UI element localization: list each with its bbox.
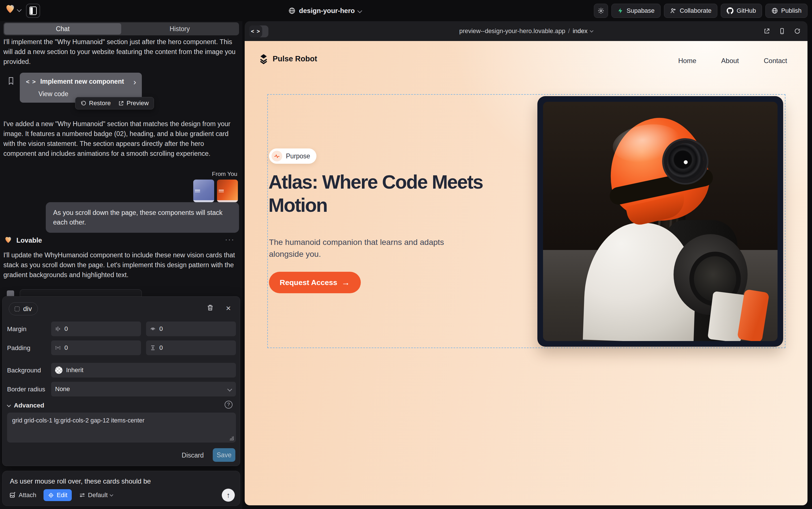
send-button[interactable]: ↑ (222, 489, 235, 502)
chevron-right-icon: › (133, 77, 136, 87)
collaborate-button[interactable]: Collaborate (664, 4, 717, 18)
trash-icon (207, 304, 214, 311)
bookmark-icon[interactable] (7, 77, 15, 85)
publish-button[interactable]: Publish (765, 4, 808, 18)
chat-composer[interactable]: As user mouse roll over, these cards sho… (2, 471, 240, 506)
supabase-label: Supabase (627, 7, 655, 14)
border-radius-select[interactable]: None (51, 382, 236, 397)
github-button[interactable]: GitHub (721, 4, 762, 18)
restore-icon (80, 100, 86, 106)
assistant-message-3: I'll update the WhyHumanoid component to… (3, 250, 238, 280)
more-options-icon[interactable]: ··· (225, 235, 234, 244)
hero-subhead: The humanoid companion that learns and a… (269, 236, 450, 260)
padding-label: Padding (7, 344, 31, 352)
publish-globe-icon (771, 7, 778, 14)
collaborate-icon (670, 7, 677, 14)
selected-element-chip[interactable]: div (9, 302, 38, 315)
save-button[interactable]: Save (213, 448, 235, 462)
workspace-chevron-down-icon[interactable] (17, 7, 22, 12)
site-logo[interactable]: Pulse Robot (258, 54, 317, 64)
margin-horizontal-icon (55, 326, 61, 332)
chat-tabbar: Chat History (3, 22, 239, 35)
globe-icon (288, 7, 296, 14)
assistant-header: Lovable ··· (4, 236, 238, 246)
open-in-new-tab-icon[interactable] (764, 28, 770, 34)
restore-button[interactable]: Restore (80, 100, 111, 107)
purpose-badge: Purpose (269, 148, 317, 164)
border-radius-label: Border radius (7, 386, 45, 393)
padding-x-input[interactable]: 0 (51, 340, 141, 355)
tab-history[interactable]: History (121, 23, 238, 34)
view-code-link[interactable]: View code (38, 90, 68, 98)
mode-chevron-down-icon (110, 493, 113, 497)
preview-actions (764, 28, 801, 34)
preview-domain: preview--design-your-hero.lovable.app (459, 27, 565, 35)
advanced-toggle[interactable]: Advanced (7, 402, 44, 409)
nav-contact[interactable]: Contact (764, 57, 787, 65)
hero-image-card (538, 96, 783, 347)
refresh-icon[interactable] (794, 28, 801, 34)
element-tag: div (23, 305, 32, 313)
supabase-button[interactable]: Supabase (612, 4, 661, 18)
advanced-chevron-icon (7, 403, 11, 407)
sliders-icon (79, 492, 85, 498)
collaborate-label: Collaborate (680, 7, 712, 14)
gear-icon (597, 7, 604, 14)
attached-images (193, 179, 238, 202)
hidden-bookmark-icon (7, 291, 14, 296)
advanced-classes-textarea[interactable]: grid grid-cols-1 lg:grid-cols-2 gap-12 i… (7, 413, 236, 443)
attachment-thumbnail-blue[interactable] (193, 179, 214, 202)
toggle-sidebar-button[interactable] (26, 4, 40, 18)
mobile-view-icon[interactable] (779, 28, 785, 34)
from-you-label: From You (212, 171, 237, 177)
github-icon (727, 7, 733, 14)
topbar-actions: Supabase Collaborate GitHub Publish (594, 4, 808, 18)
background-label: Background (7, 367, 41, 374)
close-panel-button[interactable]: × (226, 303, 231, 313)
composer-input[interactable]: As user mouse roll over, these cards sho… (10, 477, 151, 485)
assistant-message-2: I've added a new "Why Humanoid" section … (3, 119, 238, 159)
preview-url[interactable]: preview--design-your-hero.lovable.app / … (459, 21, 593, 41)
user-message-bubble: As you scroll down the page, these compo… (46, 202, 239, 233)
discard-button[interactable]: Discard (182, 451, 204, 459)
preview-button[interactable]: Preview (118, 100, 149, 107)
project-selector[interactable]: design-your-hero (288, 0, 361, 21)
resize-handle-icon[interactable] (230, 436, 234, 440)
preview-pane: < > preview--design-your-hero.lovable.ap… (245, 21, 808, 505)
github-label: GitHub (737, 7, 756, 14)
edit-mode-button[interactable]: Edit (43, 489, 72, 501)
background-input[interactable]: Inherit (51, 363, 236, 377)
chat-mode-select[interactable]: Default (79, 491, 113, 499)
component-card-title: Implement new component (40, 78, 124, 86)
sidebar-panel-icon (29, 6, 37, 15)
site-page: Pulse Robot Home About Contact Purpose A… (245, 41, 808, 505)
attach-image-icon (9, 492, 16, 499)
tab-chat[interactable]: Chat (4, 23, 121, 34)
settings-button[interactable] (594, 4, 608, 18)
request-access-button[interactable]: Request Access → (269, 272, 361, 293)
site-brand-name: Pulse Robot (273, 55, 317, 63)
code-view-toggle[interactable]: < > (249, 26, 268, 37)
help-icon[interactable]: ? (225, 401, 232, 409)
composer-toolbar: Attach Edit Default (9, 489, 113, 501)
assistant-name: Lovable (16, 236, 42, 244)
padding-y-input[interactable]: 0 (146, 340, 236, 355)
nav-about[interactable]: About (721, 57, 739, 65)
version-hover-toolbar: Restore Preview (75, 97, 154, 109)
pulse-icon (271, 151, 282, 162)
nav-home[interactable]: Home (678, 57, 696, 65)
lovable-logo-icon[interactable] (4, 3, 16, 14)
app-window: design-your-hero Supabase Collaborate Gi… (0, 0, 812, 509)
margin-y-input[interactable]: 0 (146, 321, 236, 336)
url-chevron-down-icon (590, 29, 594, 33)
element-editor-panel: div × Margin 0 0 Padding 0 0 (2, 296, 240, 466)
external-link-icon (118, 100, 124, 106)
delete-element-button[interactable] (207, 304, 214, 311)
supabase-icon (617, 8, 624, 14)
attachment-thumbnail-orange[interactable] (217, 179, 238, 202)
margin-x-input[interactable]: 0 (51, 321, 141, 336)
topbar: design-your-hero Supabase Collaborate Gi… (0, 0, 812, 21)
badge-label: Purpose (286, 152, 310, 160)
lovable-heart-icon (4, 236, 12, 244)
attach-button[interactable]: Attach (9, 491, 36, 499)
